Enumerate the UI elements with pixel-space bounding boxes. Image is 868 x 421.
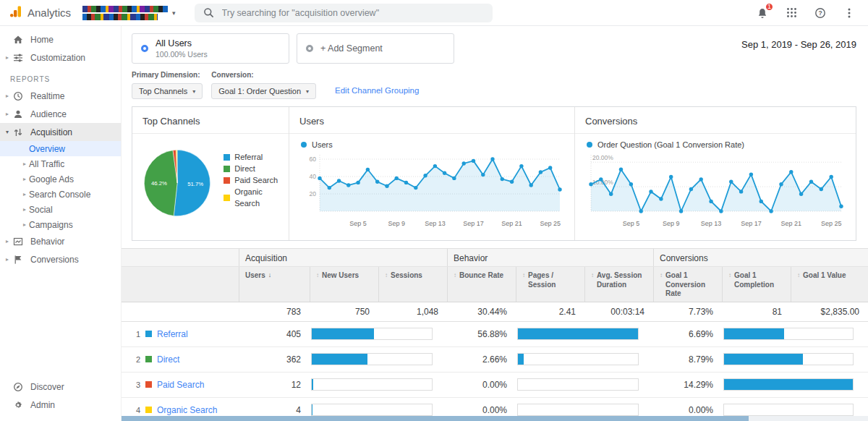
sidebar-item-label: Acquisition <box>30 127 72 137</box>
help-button[interactable]: ? <box>813 6 827 20</box>
chevron-right-icon[interactable]: ▸ <box>3 256 12 263</box>
channel-link[interactable]: Organic Search <box>157 405 217 415</box>
svg-text:Sep 25: Sep 25 <box>540 220 561 227</box>
horizontal-scrollbar[interactable] <box>122 416 868 421</box>
legend-swatch-icon <box>224 195 230 201</box>
sidebar-item-acquisition[interactable]: ▾Acquisition <box>0 123 121 141</box>
conversions-legend-label: Order Question (Goal 1 Conversion Rate) <box>597 140 744 149</box>
table-row-direct[interactable]: 2Direct3622.66%8.79% <box>122 347 868 373</box>
search-bar[interactable] <box>195 4 493 22</box>
summary-goal-1-conversion-rate: 7.73% <box>653 302 722 321</box>
channel-link[interactable]: Paid Search <box>157 380 204 390</box>
users-bar <box>312 379 313 390</box>
goal-completion-bar <box>724 354 803 365</box>
sidebar-item-behavior[interactable]: ▸Behavior <box>0 232 121 250</box>
analytics-logo-icon <box>9 4 23 21</box>
cell-goal-conversion-rate: 6.69% <box>653 329 722 339</box>
account-name-redacted <box>82 6 168 20</box>
column-header-goal-1-completion[interactable]: ↕Goal 1 Completion <box>722 267 791 302</box>
search-input[interactable] <box>221 7 484 19</box>
table-row-referral[interactable]: 1Referral40556.88%6.69% <box>122 322 868 347</box>
svg-text:Sep 13: Sep 13 <box>425 220 446 227</box>
notifications-button[interactable]: 1 <box>755 6 770 20</box>
chevron-right-icon[interactable]: ▸ <box>3 238 12 244</box>
column-header-avg-session-duration[interactable]: ↕Avg. Session Duration <box>584 267 653 302</box>
users-line-chart[interactable]: 204060Sep 5Sep 9Sep 13Sep 17Sep 21Sep 25 <box>299 149 564 231</box>
sidebar-item-campaigns[interactable]: ▸Campaigns <box>0 217 121 232</box>
audience-icon <box>13 109 24 119</box>
edit-channel-grouping-link[interactable]: Edit Channel Grouping <box>335 86 419 95</box>
chevron-right-icon[interactable]: ▸ <box>20 161 29 167</box>
apps-grid-button[interactable] <box>784 6 799 20</box>
sidebar-item-admin[interactable]: Admin <box>0 396 121 414</box>
conversion-value: Goal 1: Order Question <box>218 87 301 95</box>
sidebar-item-audience[interactable]: ▸Audience <box>0 105 121 123</box>
top-channels-title: Top Channels <box>132 116 289 134</box>
chevron-right-icon[interactable]: ▸ <box>3 111 12 117</box>
sidebar-nav: Home▸CustomizationREPORTS▸Realtime▸Audie… <box>0 30 121 378</box>
svg-text:20: 20 <box>310 190 317 197</box>
chevron-right-icon[interactable]: ▸ <box>20 176 29 182</box>
table-row-paid-search[interactable]: 3Paid Search120.00%14.29% <box>122 373 868 398</box>
column-header-sessions[interactable]: ↕Sessions <box>378 267 447 302</box>
users-bar <box>312 354 367 365</box>
channels-pie-chart[interactable]: 51.7%46.2% <box>142 141 212 225</box>
sidebar-item-search-console[interactable]: ▸Search Console <box>0 187 121 202</box>
users-bar-cell <box>310 353 447 365</box>
bounce-rate-bar-cell <box>516 353 653 365</box>
sidebar-item-label: Realtime <box>30 91 64 101</box>
goal-completion-bar-cell <box>722 404 868 416</box>
sidebar-item-home[interactable]: Home <box>0 30 121 48</box>
column-header-users[interactable]: Users↓ <box>239 267 310 302</box>
legend-label: Paid Search <box>234 174 278 186</box>
primary-dimension-dropdown[interactable]: Top Channels ▾ <box>132 83 203 99</box>
sidebar-item-conversions[interactable]: ▸Conversions <box>0 250 121 268</box>
chevron-down-icon[interactable]: ▾ <box>3 129 12 135</box>
sidebar-bottom: DiscoverAdmin <box>0 378 121 421</box>
goal-completion-bar-cell <box>722 378 868 391</box>
chevron-right-icon[interactable]: ▸ <box>3 93 12 99</box>
sidebar-item-label: Behavior <box>30 237 64 247</box>
sidebar-item-label: Home <box>30 35 54 45</box>
users-bar-cell <box>310 378 447 391</box>
segment-all-users[interactable]: All Users 100.00% Users <box>132 33 289 64</box>
more-menu-button[interactable] <box>842 6 856 20</box>
channel-link[interactable]: Referral <box>157 329 188 339</box>
users-legend: Users <box>301 140 564 149</box>
svg-text:Sep 17: Sep 17 <box>741 220 762 227</box>
conversion-dropdown[interactable]: Goal 1: Order Question ▾ <box>211 83 316 99</box>
sidebar-item-all-traffic[interactable]: ▸All Traffic <box>0 156 121 171</box>
legend-label: Organic Search <box>234 186 278 209</box>
add-segment-button[interactable]: + Add Segment <box>297 33 454 64</box>
column-header-goal-1-conversion-rate[interactable]: ↕Goal 1 Conversion Rate <box>653 267 722 302</box>
date-range-selector[interactable]: Sep 1, 2019 - Sep 26, 2019 <box>741 33 856 50</box>
analytics-logo[interactable]: Analytics <box>9 4 71 21</box>
channel-link[interactable]: Direct <box>157 354 179 365</box>
conversions-line-chart[interactable]: 10.00%20.00%Sep 5Sep 9Sep 13Sep 17Sep 21… <box>585 149 846 231</box>
chevron-right-icon[interactable]: ▸ <box>20 221 29 228</box>
sidebar-item-social[interactable]: ▸Social <box>0 202 121 217</box>
chevron-right-icon[interactable]: ▸ <box>3 54 12 61</box>
sidebar-item-realtime[interactable]: ▸Realtime <box>0 87 121 105</box>
cell-goal-conversion-rate: 8.79% <box>653 354 722 365</box>
cell-goal-conversion-rate: 0.00% <box>653 405 722 415</box>
column-header-goal-1-value[interactable]: ↕Goal 1 Value <box>791 267 868 302</box>
column-header-new-users[interactable]: ↕New Users <box>310 267 378 302</box>
sidebar-item-customization[interactable]: ▸Customization <box>0 48 121 67</box>
column-header-bounce-rate[interactable]: ↕Bounce Rate <box>447 267 516 302</box>
account-selector[interactable]: ▾ <box>82 6 176 20</box>
sidebar-item-overview[interactable]: Overview <box>0 141 121 156</box>
legend-item-referral: Referral <box>224 151 278 163</box>
chevron-right-icon[interactable]: ▸ <box>20 206 29 213</box>
column-header-pages-session[interactable]: ↕Pages / Session <box>516 267 584 302</box>
svg-text:20.00%: 20.00% <box>592 154 613 161</box>
scrollbar-thumb[interactable] <box>122 416 749 421</box>
chevron-right-icon[interactable]: ▸ <box>20 191 29 197</box>
sidebar-item-discover[interactable]: Discover <box>0 378 121 396</box>
more-vertical-icon <box>848 7 851 19</box>
sidebar-item-google-ads[interactable]: ▸Google Ads <box>0 171 121 187</box>
segment-title: All Users <box>156 38 208 48</box>
legend-label: Referral <box>234 151 263 163</box>
app-title: Analytics <box>27 7 71 19</box>
cell-goal-conversion-rate: 14.29% <box>653 380 722 390</box>
